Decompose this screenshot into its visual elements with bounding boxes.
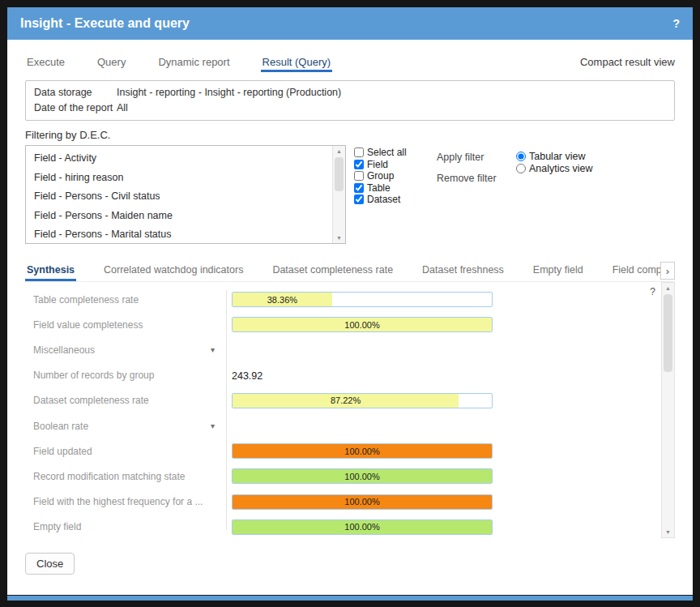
- row-label: Table completeness rate: [33, 294, 218, 306]
- checkbox-label: Select all: [367, 147, 407, 158]
- filter-checkboxes: Select all Field Group Table: [354, 145, 424, 206]
- bar-value: 87.22%: [331, 395, 361, 405]
- checkbox-label: Dataset: [367, 194, 400, 205]
- bar-value: 38.36%: [267, 295, 297, 305]
- bar-value: 100.00%: [344, 447, 379, 456]
- collapse-caret-icon[interactable]: ▾: [211, 421, 215, 430]
- filter-actions: Apply filter Remove filter: [437, 145, 505, 194]
- progress-bar: 100.00%: [232, 317, 493, 332]
- row-label: Boolean rate: [33, 421, 88, 432]
- group-label: Boolean rate ▾: [33, 421, 218, 432]
- close-button[interactable]: Close: [25, 553, 75, 575]
- dialog-content: Execute Query Dynamic report Result (Que…: [7, 40, 693, 595]
- data-storage-value: Insight - reporting - Insight - reportin…: [117, 85, 341, 100]
- filter-area: Field - Activity Field - hiring reason F…: [25, 145, 675, 244]
- radio-label: Analytics view: [529, 163, 593, 174]
- tabular-view-option[interactable]: Tabular view: [516, 150, 593, 162]
- remove-filter-button[interactable]: Remove filter: [437, 173, 505, 184]
- select-all-checkbox[interactable]: [354, 147, 364, 157]
- dataset-checkbox[interactable]: [354, 194, 364, 204]
- table-row: Table completeness rate 38.36%: [33, 287, 654, 312]
- scroll-up-icon[interactable]: ▲: [333, 146, 345, 156]
- collapse-caret-icon[interactable]: ▾: [211, 345, 215, 354]
- checkbox-select-all[interactable]: Select all: [354, 147, 424, 159]
- background-window-strip: [7, 596, 693, 601]
- data-storage-label: Data storage: [34, 85, 117, 100]
- scroll-thumb[interactable]: [335, 157, 344, 191]
- rtab-dataset-completeness[interactable]: Dataset completeness rate: [271, 259, 395, 281]
- field-checkbox[interactable]: [354, 160, 364, 169]
- dec-list: Field - Activity Field - hiring reason F…: [26, 146, 333, 243]
- progress-bar: 100.00%: [232, 468, 493, 484]
- dec-listbox[interactable]: Field - Activity Field - hiring reason F…: [25, 145, 346, 244]
- row-label: Miscellaneous: [33, 344, 95, 356]
- row-label: Field updated: [33, 446, 218, 457]
- progress-bar: 100.00%: [232, 519, 493, 535]
- checkbox-label: Field: [367, 159, 388, 170]
- group-row: Miscellaneous ▾: [33, 337, 654, 362]
- tab-query[interactable]: Query: [96, 51, 127, 72]
- dialog-footer: Close: [25, 553, 675, 575]
- table-checkbox[interactable]: [354, 183, 364, 193]
- table-row: Record modification matching state 100.0…: [33, 464, 654, 489]
- tab-execute[interactable]: Execute: [25, 51, 66, 72]
- tab-result-query[interactable]: Result (Query): [261, 51, 333, 72]
- screen-frame: Insight - Execute and query ? Execute Qu…: [0, 0, 700, 607]
- rtab-empty-field[interactable]: Empty field: [531, 259, 585, 281]
- row-value: 243.92: [232, 370, 262, 382]
- apply-filter-button[interactable]: Apply filter: [437, 152, 505, 163]
- list-item[interactable]: Field - Persons - Maiden name: [34, 207, 333, 226]
- help-icon[interactable]: ?: [672, 17, 680, 30]
- progress-bar: 87.22%: [232, 393, 493, 408]
- report-date-row: Date of the report All: [34, 100, 666, 116]
- rtab-correlated-watchdog[interactable]: Correlated watchdog indicators: [102, 259, 245, 281]
- scroll-thumb[interactable]: [664, 294, 672, 372]
- report-info-box: Data storage Insight - reporting - Insig…: [25, 80, 675, 121]
- checkbox-table[interactable]: Table: [354, 182, 424, 194]
- tabular-view-radio[interactable]: [516, 152, 526, 161]
- checkbox-group[interactable]: Group: [354, 170, 424, 182]
- checkbox-label: Table: [367, 182, 391, 194]
- analytics-view-option[interactable]: Analytics view: [516, 162, 593, 174]
- tab-scroll-right-icon[interactable]: ›: [660, 262, 675, 280]
- list-item[interactable]: Field - Persons - Marital status: [34, 225, 333, 243]
- table-row: Dataset completeness rate 87.22%: [33, 388, 654, 413]
- list-item[interactable]: Field - Persons - Civil status: [34, 187, 333, 207]
- scroll-down-icon[interactable]: ▼: [662, 527, 674, 537]
- table-row: Number of records by group 243.92: [33, 363, 654, 388]
- list-item[interactable]: Field - Activity: [34, 149, 333, 169]
- synthesis-rows: Table completeness rate 38.36% Field val…: [33, 287, 654, 540]
- progress-bar: 38.36%: [232, 292, 493, 307]
- row-label: Record modification matching state: [33, 471, 218, 482]
- bar-value: 100.00%: [344, 522, 379, 532]
- analytics-view-radio[interactable]: [516, 164, 526, 173]
- bar-value: 100.00%: [344, 320, 379, 330]
- compact-result-view-link[interactable]: Compact result view: [580, 56, 675, 68]
- checkbox-dataset[interactable]: Dataset: [354, 194, 424, 206]
- panel-scrollbar[interactable]: ▲ ▼: [661, 282, 675, 538]
- row-label: Number of records by group: [33, 370, 218, 381]
- table-row: Field value completeness 100.00%: [33, 312, 654, 337]
- scroll-down-icon[interactable]: ▼: [333, 233, 345, 243]
- bar-value: 100.00%: [344, 497, 379, 507]
- group-checkbox[interactable]: [354, 171, 364, 181]
- rtab-synthesis[interactable]: Synthesis: [25, 259, 76, 281]
- bar-value: 100.00%: [344, 472, 379, 481]
- progress-bar: 100.00%: [232, 494, 493, 510]
- report-date-value: All: [117, 100, 128, 116]
- tab-dynamic-report[interactable]: Dynamic report: [156, 51, 231, 72]
- row-label: Field with the highest frequency for a .…: [33, 496, 218, 507]
- group-row: Boolean rate ▾: [33, 413, 654, 438]
- table-row: Field updated 100.00%: [33, 438, 654, 464]
- checkbox-field[interactable]: Field: [354, 159, 424, 171]
- scroll-track[interactable]: [333, 156, 345, 233]
- report-date-label: Date of the report: [34, 100, 117, 116]
- list-item[interactable]: Field - hiring reason: [34, 169, 333, 188]
- data-storage-row: Data storage Insight - reporting - Insig…: [34, 85, 666, 100]
- main-tabbar: Execute Query Dynamic report Result (Que…: [25, 51, 675, 72]
- listbox-scrollbar[interactable]: ▲ ▼: [332, 146, 345, 243]
- rtab-dataset-freshness[interactable]: Dataset freshness: [420, 259, 506, 281]
- dialog-titlebar: Insight - Execute and query ?: [7, 7, 693, 40]
- scroll-up-icon[interactable]: ▲: [662, 283, 674, 293]
- scroll-track[interactable]: [662, 293, 674, 527]
